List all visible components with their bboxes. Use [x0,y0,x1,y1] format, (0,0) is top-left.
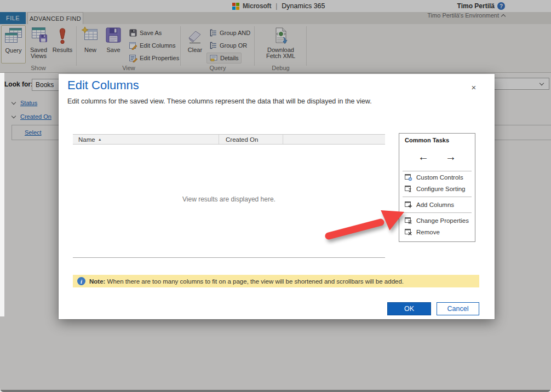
custom-controls-icon [404,173,412,181]
edit-columns-dialog: Edit Columns × Edit columns for the save… [59,74,495,319]
change-properties-icon [404,216,412,224]
app-window: Microsoft | Dynamics 365 Timo Pertilä ? … [0,0,551,392]
ok-button[interactable]: OK [387,302,431,315]
task-item-label: Add Columns [416,201,454,208]
remove-item[interactable]: Remove [399,226,475,238]
move-column-arrows: ← → [399,150,475,163]
note-text: When there are too many columns to fit o… [107,278,404,285]
columns-grid-header: Name ▲ Created On [73,134,385,145]
tasks-divider [403,197,472,197]
close-icon[interactable]: × [468,82,479,93]
grid-bottom-border [73,257,385,258]
tasks-divider [403,212,472,213]
remove-icon [404,228,412,236]
move-right-arrow-icon[interactable]: → [445,151,456,162]
task-item-label: Configure Sorting [416,186,466,192]
window-left-edge [0,73,4,316]
column-header-label: Name [78,136,95,143]
change-properties-item[interactable]: Change Properties [399,215,475,226]
common-tasks-title: Common Tasks [399,134,475,143]
move-left-arrow-icon[interactable]: ← [418,151,429,162]
custom-controls-item[interactable]: Custom Controls [399,171,475,183]
sort-ascending-icon: ▲ [98,137,102,141]
configure-sorting-icon [404,185,412,193]
task-item-label: Custom Controls [416,174,463,181]
dialog-title: Edit Columns [67,78,139,93]
info-icon: i [77,277,85,285]
column-header-label: Created On [226,136,258,143]
note-bar: i Note: When there are too many columns … [73,275,479,287]
task-item-label: Change Properties [416,217,469,224]
grid-empty-message: View results are displayed here. [73,195,385,203]
column-header-name[interactable]: Name ▲ [73,135,219,144]
add-columns-icon [404,200,412,209]
note-label: Note: [89,278,105,285]
window-bottom-edge [0,390,551,392]
add-columns-item[interactable]: Add Columns [399,199,475,210]
dialog-description: Edit columns for the saved view. These c… [67,97,372,105]
common-tasks-panel: Common Tasks ← → Custom Controls Configu… [399,133,475,242]
cancel-button[interactable]: Cancel [437,302,479,315]
configure-sorting-item[interactable]: Configure Sorting [399,183,475,194]
task-item-label: Remove [416,229,440,235]
column-header-created-on[interactable]: Created On [219,135,283,144]
column-header-empty [283,135,385,144]
